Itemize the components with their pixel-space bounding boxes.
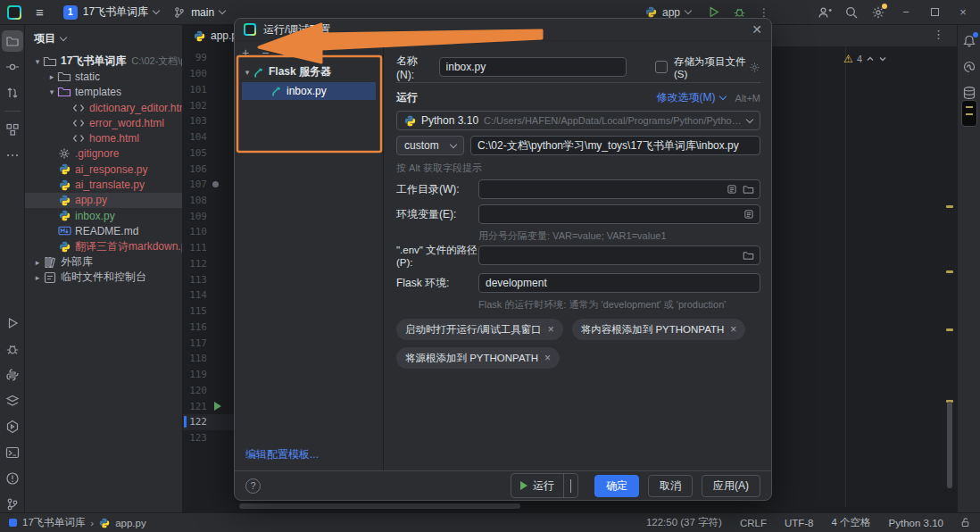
- project-folder-tool-button[interactable]: [2, 30, 23, 52]
- status-item-4[interactable]: Python 3.10: [889, 518, 943, 528]
- tree-item-static[interactable]: ▸static: [25, 69, 182, 84]
- remove-tag-icon[interactable]: ×: [730, 323, 736, 336]
- target-type-select[interactable]: custom: [396, 136, 464, 155]
- tree-item-error_word.html[interactable]: error_word.html: [25, 115, 182, 130]
- tree-chevron-icon[interactable]: ▾: [46, 87, 57, 96]
- tree-chevron-icon[interactable]: ▸: [32, 258, 43, 267]
- settings-button[interactable]: [871, 5, 885, 20]
- edit-env-vars-icon[interactable]: [743, 209, 754, 220]
- flask-env-input[interactable]: [478, 273, 760, 293]
- cancel-button[interactable]: 取消: [648, 475, 693, 497]
- store-as-project-file-checkbox[interactable]: [655, 61, 668, 73]
- gutter-line-104[interactable]: 104: [183, 129, 234, 145]
- run-button[interactable]: [707, 5, 720, 19]
- gutter-run-icon[interactable]: [214, 402, 221, 411]
- project-widget[interactable]: 1 17飞书单词库: [56, 2, 166, 22]
- dialog-close-icon[interactable]: ✕: [752, 22, 762, 37]
- env-vars-input[interactable]: [478, 204, 760, 224]
- gutter-line-117[interactable]: 117: [183, 335, 234, 351]
- gutter-line-123[interactable]: 123: [183, 430, 234, 446]
- ok-button[interactable]: 确定: [594, 475, 639, 497]
- gutter-line-100[interactable]: 100: [183, 66, 234, 82]
- debug-button[interactable]: [733, 5, 746, 19]
- breadcrumb-project[interactable]: 17飞书单词库: [22, 516, 85, 529]
- error-stripe-mark[interactable]: [946, 270, 953, 273]
- apply-button[interactable]: 应用(A): [702, 475, 760, 497]
- debug-tool-button[interactable]: [2, 338, 23, 360]
- tree-item--[interactable]: ▸外部库: [25, 254, 182, 270]
- horizontal-scrollbar[interactable]: [239, 503, 520, 509]
- gutter-line-99[interactable]: 99: [183, 50, 234, 66]
- remove-config-button[interactable]: −: [262, 46, 269, 60]
- env-file-input[interactable]: [478, 245, 760, 265]
- tree-item-ai_translate.py[interactable]: ai_translate.py: [25, 177, 182, 192]
- edit-config-templates-link[interactable]: 编辑配置模板...: [245, 447, 319, 462]
- run-split-button[interactable]: 运行: [511, 473, 578, 498]
- run-tool-button[interactable]: [2, 312, 23, 334]
- breadcrumb[interactable]: 17飞书单词库 › app.py: [9, 516, 146, 529]
- browse-folder-icon[interactable]: [743, 250, 754, 262]
- close-window-button[interactable]: ×: [955, 5, 971, 19]
- structure-tool-button[interactable]: [2, 119, 23, 140]
- option-tag[interactable]: 将源根添加到 PYTHONPATH×: [396, 347, 560, 369]
- name-input[interactable]: [439, 57, 627, 77]
- gutter-line-121[interactable]: 121: [183, 398, 234, 414]
- tree-chevron-icon[interactable]: ▸: [32, 273, 43, 282]
- tree-item-home.html[interactable]: home.html: [25, 130, 182, 145]
- run-options-arrow[interactable]: [563, 474, 577, 497]
- gutter-line-105[interactable]: 105: [183, 145, 234, 161]
- working-dir-input[interactable]: [478, 179, 760, 199]
- target-path-input[interactable]: [470, 136, 760, 155]
- lock-icon[interactable]: [959, 517, 971, 528]
- gutter-line-109[interactable]: 109: [183, 208, 234, 224]
- commit-tool-button[interactable]: [2, 56, 23, 78]
- python-packages-tool-button[interactable]: [2, 364, 23, 386]
- gutter-line-113[interactable]: 113: [183, 271, 234, 287]
- gutter-line-112[interactable]: 112: [183, 256, 234, 272]
- gutter-line-103[interactable]: 103: [183, 113, 234, 129]
- copy-config-button[interactable]: [281, 47, 293, 59]
- tree-item--markdown.py[interactable]: 翻译三首诗markdown.py: [25, 239, 182, 254]
- tree-item-app.py[interactable]: app.py: [25, 193, 182, 208]
- status-item-1[interactable]: CRLF: [740, 518, 767, 528]
- add-user-button[interactable]: [818, 5, 832, 20]
- tree-item-README.md[interactable]: README.md: [25, 223, 182, 238]
- config-group-flask[interactable]: ▾ Flask 服务器: [235, 63, 383, 80]
- services-tool-button[interactable]: [2, 390, 23, 411]
- option-tag[interactable]: 启动时打开运行/调试工具窗口×: [396, 319, 563, 340]
- notifications-tool-button[interactable]: [959, 30, 980, 52]
- tree-chevron-icon[interactable]: ▾: [32, 57, 43, 66]
- gutter-line-119[interactable]: 119: [183, 367, 234, 383]
- more-actions-icon[interactable]: ⋮: [759, 6, 769, 19]
- remove-tag-icon[interactable]: ×: [544, 352, 551, 364]
- branch-widget[interactable]: main: [166, 4, 232, 21]
- gutter-line-107[interactable]: 107: [183, 177, 234, 193]
- gutter-line-120[interactable]: 120: [183, 383, 234, 399]
- tab-options-icon[interactable]: ⋮: [933, 28, 944, 41]
- insert-variables-icon[interactable]: [727, 184, 737, 195]
- tree-chevron-icon[interactable]: ▸: [46, 72, 57, 81]
- store-options-gear-icon[interactable]: [749, 62, 760, 73]
- config-item-inbox[interactable]: inbox.py: [242, 82, 376, 100]
- gutter-line-116[interactable]: 116: [183, 320, 234, 336]
- help-button[interactable]: ?: [245, 478, 261, 494]
- prev-warning-icon[interactable]: [866, 54, 875, 63]
- gutter-line-118[interactable]: 118: [183, 351, 234, 367]
- minimize-button[interactable]: −: [898, 5, 914, 19]
- gutter-line-114[interactable]: 114: [183, 287, 234, 303]
- gutter-line-102[interactable]: 102: [183, 97, 234, 113]
- error-stripe-mark[interactable]: [946, 205, 953, 208]
- tree-item-.gitignore[interactable]: .gitignore: [25, 146, 182, 162]
- error-stripe-mark[interactable]: [946, 328, 953, 331]
- add-config-button[interactable]: +: [242, 46, 249, 60]
- tree-item-17-[interactable]: ▾17飞书单词库C:\02-文档\python学习\my_toys\17飞书单词…: [25, 54, 182, 69]
- gutter-line-115[interactable]: 115: [183, 303, 234, 320]
- gutter-line-101[interactable]: 101: [183, 81, 234, 97]
- tree-item-inbox.py[interactable]: inbox.py: [25, 208, 182, 223]
- tree-item-dictionary_editor.html[interactable]: dictionary_editor.html: [25, 100, 182, 115]
- browse-folder-icon[interactable]: [743, 184, 754, 195]
- pull-requests-tool-button[interactable]: [2, 82, 23, 104]
- interpreter-select[interactable]: Python 3.10 C:/Users/HAFEN/AppData/Local…: [396, 111, 760, 130]
- gutter-line-122[interactable]: 122: [183, 414, 234, 430]
- tree-item-ai_response.py[interactable]: ai_response.py: [25, 162, 182, 177]
